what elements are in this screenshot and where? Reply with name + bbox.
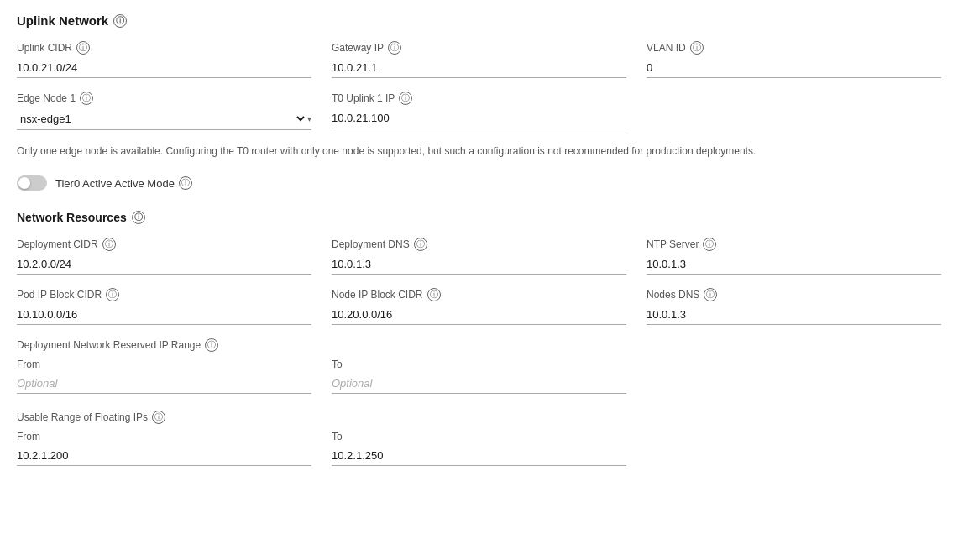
pod-ip-block-cidr-info-icon[interactable]: ⓘ [106,288,119,301]
deployment-reserved-from-label: From [17,359,311,370]
tier0-toggle-info-icon[interactable]: ⓘ [179,176,192,190]
nodes-dns-label: Nodes DNS ⓘ [647,288,941,301]
deployment-reserved-range-info-icon[interactable]: ⓘ [205,338,218,352]
network-resources-info-icon[interactable]: ⓘ [132,211,145,224]
uplink-network-grid-2: Edge Node 1 ⓘ nsx-edge1 ▾ T0 Uplink 1 IP… [17,92,941,130]
network-resources-section: Network Resources ⓘ Deployment CIDR ⓘ De… [17,211,941,466]
pod-ip-block-cidr-group: Pod IP Block CIDR ⓘ [17,288,311,325]
edge-node-warning: Only one edge node is available. Configu… [17,144,941,159]
vlan-id-input[interactable] [647,58,941,78]
usable-floating-ips-to-label: To [332,431,626,442]
uplink-cidr-input[interactable] [17,58,311,78]
deployment-reserved-to-group: To [332,359,626,394]
deployment-reserved-from-input[interactable] [17,374,311,394]
usable-floating-ips-to-group: To [332,431,626,466]
usable-floating-ips-from-label: From [17,431,311,442]
uplink-cidr-label: Uplink CIDR ⓘ [17,41,311,55]
ntp-server-input[interactable] [647,254,941,275]
uplink-network-grid: Uplink CIDR ⓘ Gateway IP ⓘ VLAN ID ⓘ [17,41,941,78]
deployment-reserved-range-row: Deployment Network Reserved IP Range ⓘ F… [17,338,941,394]
usable-floating-ips-from-input[interactable] [17,446,311,466]
deployment-reserved-range-inputs: From To [17,359,941,394]
node-ip-block-cidr-label: Node IP Block CIDR ⓘ [332,288,626,301]
usable-floating-ips-empty-col [647,431,941,466]
edge-node-1-select-wrapper: nsx-edge1 ▾ [17,108,311,130]
deployment-reserved-to-input[interactable] [332,374,626,394]
network-resources-label: Network Resources [17,211,127,224]
edge-node-1-select[interactable]: nsx-edge1 [17,112,307,126]
edge-node-1-chevron-icon: ▾ [307,114,311,123]
usable-floating-ips-inputs: From To [17,431,941,466]
ntp-server-group: NTP Server ⓘ [647,238,941,275]
deployment-reserved-to-label: To [332,359,626,370]
t0-uplink-ip-info-icon[interactable]: ⓘ [399,92,412,105]
deployment-cidr-label: Deployment CIDR ⓘ [17,238,311,251]
node-ip-block-cidr-group: Node IP Block CIDR ⓘ [332,288,626,325]
edge-node-1-label: Edge Node 1 ⓘ [17,92,311,105]
usable-floating-ips-info-icon[interactable]: ⓘ [152,411,165,424]
empty-col [647,92,941,130]
tier0-toggle[interactable] [17,175,47,191]
edge-node-1-info-icon[interactable]: ⓘ [80,92,93,105]
network-resources-title: Network Resources ⓘ [17,211,941,224]
usable-floating-ips-to-input[interactable] [332,446,626,466]
nodes-dns-group: Nodes DNS ⓘ [647,288,941,325]
gateway-ip-info-icon[interactable]: ⓘ [388,41,401,55]
usable-floating-ips-from-group: From [17,431,311,466]
gateway-ip-label: Gateway IP ⓘ [332,41,626,55]
deployment-cidr-group: Deployment CIDR ⓘ [17,238,311,275]
deployment-cidr-info-icon[interactable]: ⓘ [102,238,116,251]
deployment-reserved-from-group: From [17,359,311,394]
tier0-toggle-thumb [18,177,30,189]
deployment-dns-info-icon[interactable]: ⓘ [414,238,427,251]
vlan-id-label: VLAN ID ⓘ [647,41,941,55]
deployment-reserved-range-label: Deployment Network Reserved IP Range ⓘ [17,338,941,352]
uplink-network-title: Uplink Network ⓘ [17,13,941,28]
uplink-cidr-info-icon[interactable]: ⓘ [76,41,90,55]
deployment-reserved-empty-col [647,359,941,394]
pod-ip-block-cidr-input[interactable] [17,305,311,325]
usable-floating-ips-label: Usable Range of Floating IPs ⓘ [17,411,941,424]
vlan-id-info-icon[interactable]: ⓘ [690,41,704,55]
deployment-cidr-input[interactable] [17,254,311,275]
deployment-dns-group: Deployment DNS ⓘ [332,238,626,275]
gateway-ip-group: Gateway IP ⓘ [332,41,626,78]
network-resources-grid-2: Pod IP Block CIDR ⓘ Node IP Block CIDR ⓘ… [17,288,941,325]
t0-uplink-ip-label: T0 Uplink 1 IP ⓘ [332,92,626,105]
uplink-network-label: Uplink Network [17,13,108,28]
uplink-network-section: Uplink Network ⓘ Uplink CIDR ⓘ Gateway I… [17,13,941,191]
nodes-dns-input[interactable] [647,305,941,325]
edge-node-1-group: Edge Node 1 ⓘ nsx-edge1 ▾ [17,92,311,130]
t0-uplink-ip-group: T0 Uplink 1 IP ⓘ [332,92,626,130]
uplink-cidr-group: Uplink CIDR ⓘ [17,41,311,78]
deployment-dns-input[interactable] [332,254,626,275]
tier0-toggle-row: Tier0 Active Active Mode ⓘ [17,175,941,191]
deployment-dns-label: Deployment DNS ⓘ [332,238,626,251]
ntp-server-label: NTP Server ⓘ [647,238,941,251]
network-resources-grid-1: Deployment CIDR ⓘ Deployment DNS ⓘ NTP S… [17,238,941,275]
t0-uplink-ip-input[interactable] [332,108,626,128]
node-ip-block-cidr-info-icon[interactable]: ⓘ [427,288,441,301]
usable-floating-ips-row: Usable Range of Floating IPs ⓘ From To [17,411,941,466]
ntp-server-info-icon[interactable]: ⓘ [703,238,716,251]
node-ip-block-cidr-input[interactable] [332,305,626,325]
vlan-id-group: VLAN ID ⓘ [647,41,941,78]
uplink-network-info-icon[interactable]: ⓘ [113,14,127,28]
tier0-toggle-label: Tier0 Active Active Mode ⓘ [55,176,192,190]
pod-ip-block-cidr-label: Pod IP Block CIDR ⓘ [17,288,311,301]
gateway-ip-input[interactable] [332,58,626,78]
nodes-dns-info-icon[interactable]: ⓘ [704,288,717,301]
